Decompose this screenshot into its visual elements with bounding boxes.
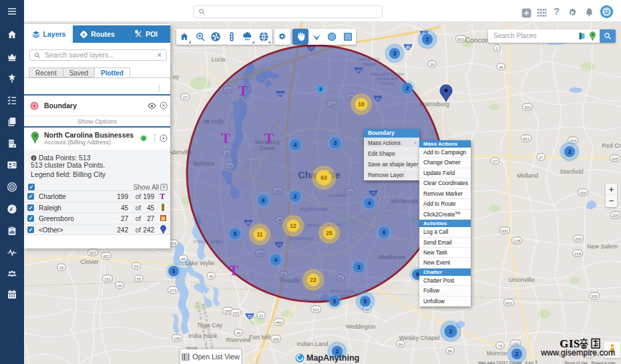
svg-text:274: 274	[170, 289, 177, 293]
svg-text:84: 84	[399, 343, 403, 347]
svg-text:27: 27	[539, 156, 544, 160]
svg-text:Weddington: Weddington	[345, 323, 375, 330]
svg-text:601: 601	[523, 137, 530, 141]
svg-text:74: 74	[498, 344, 503, 348]
svg-text:2: 2	[515, 351, 519, 357]
svg-text:5: 5	[364, 298, 367, 305]
svg-text:Lake Wylie: Lake Wylie	[185, 260, 214, 266]
svg-text:Stanfield: Stanfield	[560, 168, 583, 175]
svg-text:160: 160	[224, 309, 232, 313]
svg-text:77: 77	[248, 315, 252, 319]
svg-text:Midland: Midland	[517, 172, 538, 179]
svg-text:205: 205	[591, 295, 598, 299]
svg-text:2: 2	[449, 328, 453, 335]
svg-text:422: 422	[103, 254, 110, 258]
svg-text:3: 3	[357, 264, 361, 270]
svg-text:601: 601	[501, 229, 509, 233]
svg-text:601: 601	[457, 37, 465, 41]
svg-text:2: 2	[568, 148, 572, 155]
svg-text:49: 49	[209, 275, 214, 279]
svg-text:10: 10	[358, 101, 365, 108]
svg-text:9: 9	[262, 197, 265, 204]
svg-text:21: 21	[259, 314, 264, 318]
svg-text:2: 2	[294, 193, 297, 200]
svg-text:64: 64	[118, 284, 122, 288]
svg-text:49: 49	[499, 65, 503, 69]
svg-text:84: 84	[448, 349, 453, 353]
svg-text:200: 200	[524, 106, 532, 110]
svg-text:Clover: Clover	[80, 258, 98, 265]
svg-text:54: 54	[134, 264, 139, 268]
svg-text:460: 460	[276, 321, 283, 325]
svg-text:27: 27	[183, 96, 188, 100]
svg-text:T: T	[264, 130, 274, 146]
svg-text:ey: ey	[173, 73, 180, 80]
svg-text:12: 12	[290, 222, 296, 229]
svg-text:T: T	[238, 83, 248, 99]
svg-text:6: 6	[383, 229, 386, 236]
svg-text:3: 3	[334, 140, 337, 146]
svg-text:195: 195	[174, 337, 181, 341]
svg-text:T: T	[221, 130, 230, 146]
svg-text:4: 4	[368, 200, 371, 206]
svg-text:Fort Mill: Fort Mill	[249, 334, 270, 341]
svg-text:2: 2	[426, 36, 429, 43]
svg-text:5: 5	[234, 230, 237, 237]
svg-text:5: 5	[172, 268, 176, 275]
svg-text:25: 25	[326, 230, 333, 236]
svg-text:321: 321	[89, 251, 97, 255]
svg-text:43: 43	[59, 266, 64, 270]
svg-text:4: 4	[274, 256, 278, 263]
svg-text:Unionville: Unionville	[508, 277, 534, 283]
svg-text:205: 205	[612, 214, 620, 218]
svg-text:3: 3	[319, 87, 322, 92]
svg-text:9: 9	[416, 271, 419, 278]
svg-text:200: 200	[580, 191, 587, 195]
svg-text:151: 151	[104, 277, 112, 281]
svg-text:218: 218	[513, 239, 521, 243]
svg-text:55: 55	[137, 277, 142, 281]
svg-text:Wesley Chapel: Wesley Chapel	[399, 335, 439, 341]
svg-text:Red Cro: Red Cro	[602, 142, 621, 149]
svg-text:521: 521	[313, 308, 320, 312]
svg-text:Indian Land: Indian Land	[296, 341, 328, 347]
svg-text:49: 49	[236, 331, 241, 335]
svg-text:63: 63	[321, 174, 327, 181]
svg-text:Lucia: Lucia	[212, 56, 226, 63]
svg-text:2: 2	[406, 85, 409, 92]
svg-text:29: 29	[430, 63, 435, 67]
svg-text:T: T	[229, 262, 238, 279]
svg-text:11: 11	[257, 231, 263, 238]
svg-text:22: 22	[310, 277, 317, 283]
svg-text:218: 218	[574, 252, 582, 256]
svg-text:4: 4	[294, 142, 297, 148]
svg-text:205: 205	[612, 157, 619, 161]
svg-text:5: 5	[333, 298, 337, 305]
svg-text:New Salem: New Salem	[587, 243, 618, 250]
svg-text:85: 85	[406, 45, 410, 49]
svg-text:274: 274	[170, 242, 177, 246]
svg-text:Monroe: Monroe	[487, 350, 507, 357]
svg-text:601: 601	[505, 301, 513, 305]
svg-text:160: 160	[232, 311, 240, 315]
svg-text:Riverview: Riverview	[226, 337, 252, 343]
svg-text:27: 27	[493, 160, 497, 164]
svg-text:160: 160	[272, 337, 280, 341]
svg-text:3: 3	[393, 50, 397, 57]
svg-text:200: 200	[575, 237, 582, 241]
